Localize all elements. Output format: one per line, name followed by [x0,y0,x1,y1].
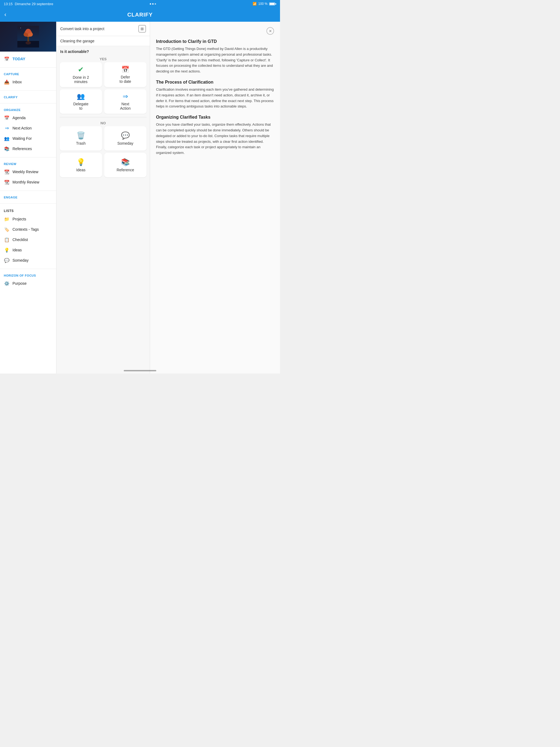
action-card-reference[interactable]: 📚 Reference [104,153,146,177]
defer-to-date-icon: 📅 [121,66,129,73]
horizon-header: HORIZON OF FOCUS [0,272,56,278]
right-panel: ✕ Introduction to Clarify in GTD The GTD… [150,22,280,374]
sidebar-organize-section: ORGANIZE 📅 Agenda ⇒ Next Action 👥 Waitin… [0,104,56,156]
info-body-1: The GTD (Getting Things Done) method by … [156,46,274,74]
battery-icon [269,2,276,5]
sidebar-item-references[interactable]: 📚 References [0,144,56,154]
yes-no-divider [60,117,146,117]
sidebar-review-section: REVIEW 📆 Weekly Review 📆 Monthly Review [0,158,56,189]
sidebar-item-today[interactable]: 📅 TODAY [0,54,56,64]
checklist-label: Checklist [12,237,28,242]
yes-label: YES [56,55,150,62]
action-card-ideas[interactable]: 💡 Ideas [60,153,102,177]
action-card-trash[interactable]: 🗑️ Trash [60,126,102,151]
agenda-label: Agenda [12,115,26,120]
info-title-1: Introduction to Clarify in GTD [156,39,274,44]
no-actions-grid: 🗑️ Trash 💬 Someday 💡 Ideas 📚 Reference [56,126,150,178]
sidebar: 📅 TODAY CAPTURE 📥 Inbox CLARIFY ORGANIZE… [0,22,56,374]
center-top-bar: Convert task into a project ⊞ [56,22,150,36]
sidebar-lists-section: LISTS 📁 Projects 🏷️ Contexts - Tags 📋 Ch… [0,205,56,268]
home-indicator [124,370,156,371]
weekly-review-label: Weekly Review [12,170,38,174]
weekly-review-icon: 📆 [4,169,10,175]
someday-card-label: Someday [117,141,133,146]
center-panel: Convert task into a project ⊞ Cleaning t… [56,22,150,374]
ideas-card-icon: 💡 [77,158,85,165]
sidebar-item-purpose[interactable]: ⚙️ Purpose [0,278,56,288]
dot2 [152,3,154,5]
divider-6 [0,203,56,204]
divider-4 [0,157,56,157]
inbox-icon: 📥 [4,79,10,85]
page-title: CLARIFY [127,12,153,18]
divider-7 [0,269,56,269]
reference-card-label: Reference [117,168,134,172]
sidebar-item-next-action[interactable]: ⇒ Next Action [0,123,56,133]
sidebar-engage-section: ENGAGE [0,192,56,202]
sidebar-hero [0,22,56,52]
battery-label: 100 % [258,2,268,6]
next-action-label: Next Action [12,126,32,130]
checklist-icon: 📋 [4,237,10,243]
info-body-3: Once you have clarified your tasks, orga… [156,122,274,156]
sidebar-horizon-section: HORIZON OF FOCUS ⚙️ Purpose [0,270,56,291]
done-2min-icon: ✔ [78,66,84,73]
sidebar-item-agenda[interactable]: 📅 Agenda [0,113,56,123]
defer-to-date-label: Deferto date [119,75,131,84]
info-section-3: Organizing Clarified Tasks Once you have… [156,115,274,156]
delegate-to-label: Delegateto [73,102,88,110]
sidebar-item-ideas[interactable]: 💡 Ideas [0,245,56,255]
sidebar-item-waiting-for[interactable]: 👥 Waiting For [0,133,56,144]
action-card-defer-to-date[interactable]: 📅 Deferto date [104,62,146,87]
svg-rect-9 [27,42,29,44]
sidebar-today-section: 📅 TODAY [0,52,56,66]
sidebar-item-projects[interactable]: 📁 Projects [0,214,56,224]
no-label: NO [56,120,150,126]
someday-label: Someday [12,258,28,262]
action-card-someday[interactable]: 💬 Someday [104,126,146,151]
info-body-2: Clarification involves examining each it… [156,87,274,109]
info-section-2: The Process of Clarification Clarificati… [156,80,274,109]
waiting-for-icon: 👥 [4,135,10,141]
info-section-1: Introduction to Clarify in GTD The GTD (… [156,39,274,74]
purpose-label: Purpose [12,281,27,286]
references-label: References [12,147,32,151]
divider-1 [0,67,56,68]
review-header: REVIEW [0,161,56,167]
ideas-icon: 💡 [4,247,10,253]
waiting-for-label: Waiting For [12,136,32,140]
sidebar-item-someday[interactable]: 💬 Someday [0,255,56,265]
clarify-header: CLARIFY [0,94,56,100]
lists-header: LISTS [0,207,56,214]
action-card-delegate-to[interactable]: 👥 Delegateto [60,89,102,114]
trash-icon: 🗑️ [77,132,85,139]
monthly-review-label: Monthly Review [12,180,39,184]
monthly-review-icon: 📆 [4,179,10,185]
sidebar-item-checklist[interactable]: 📋 Checklist [0,234,56,245]
sidebar-item-inbox[interactable]: 📥 Inbox [0,77,56,87]
action-card-next-action[interactable]: ⇒ NextAction [104,89,146,114]
purpose-icon: ⚙️ [4,280,10,286]
tree-scene [0,22,56,52]
convert-icon-button[interactable]: ⊞ [138,25,146,32]
contexts-tags-label: Contexts - Tags [12,227,39,232]
delegate-to-icon: 👥 [77,93,85,100]
status-time: 13:15 [4,2,13,6]
action-card-done-2min[interactable]: ✔ Done in 2minutes [60,62,102,87]
status-bar: 13:15 Dimanche 29 septembre 📶 100 % [0,0,280,8]
svg-point-7 [26,29,31,34]
actionable-question: Is it actionable? [56,46,150,55]
svg-point-10 [20,28,21,28]
organize-header: ORGANIZE [0,107,56,113]
ideas-card-label: Ideas [76,168,85,172]
engage-header: ENGAGE [0,194,56,200]
sidebar-item-weekly-review[interactable]: 📆 Weekly Review [0,167,56,177]
sidebar-item-monthly-review[interactable]: 📆 Monthly Review [0,177,56,187]
info-title-2: The Process of Clarification [156,80,274,85]
someday-card-icon: 💬 [121,132,130,139]
inbox-label: Inbox [12,80,22,84]
sidebar-item-contexts-tags[interactable]: 🏷️ Contexts - Tags [0,224,56,234]
back-button[interactable]: ‹ [4,11,6,18]
divider-3 [0,103,56,103]
close-button[interactable]: ✕ [266,27,274,35]
